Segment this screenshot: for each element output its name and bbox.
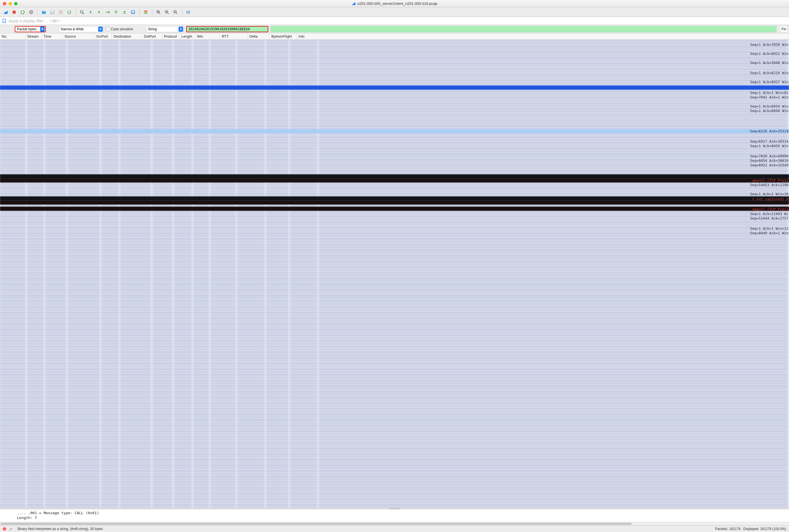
col-protocol[interactable]: Protocol xyxy=(162,33,180,39)
packet-info-fragment: Seq=1 Ack=6210 Win xyxy=(750,71,788,75)
svg-rect-4 xyxy=(51,11,54,12)
packet-row-highlight[interactable] xyxy=(0,196,789,201)
packet-row-highlight[interactable] xyxy=(0,174,789,178)
col-win[interactable]: Win xyxy=(195,33,220,39)
minimize-window-button[interactable] xyxy=(8,2,12,5)
goto-packet-button[interactable] xyxy=(104,9,111,16)
packet-info-fragment: Seq=1 Ack=1 Win=10 xyxy=(750,192,788,196)
zoom-window-button[interactable] xyxy=(14,2,18,5)
col-destination[interactable]: Destination xyxy=(112,33,142,39)
col-srcport[interactable]: SrcPort xyxy=(95,33,112,39)
search-type-value: String xyxy=(148,27,162,31)
col-dstport[interactable]: DstPort xyxy=(142,33,162,39)
packet-row-highlight[interactable] xyxy=(0,201,789,205)
packet-row-highlight[interactable] xyxy=(0,207,789,211)
packet-info-fragment: Seq=6210 Ack=25314 xyxy=(750,129,788,133)
reload-file-button[interactable] xyxy=(66,9,73,16)
case-sensitive-checkbox[interactable]: Case sensitive xyxy=(106,27,133,31)
packet-info-fragment: Seq=1 Ack=7830 Win xyxy=(750,42,788,47)
packet-info-fragment: Seq=1 Ack=8454 Win xyxy=(750,144,788,148)
svg-rect-11 xyxy=(131,11,135,14)
close-file-button[interactable] xyxy=(57,9,64,16)
zoom-reset-button[interactable]: 1:1 xyxy=(172,9,179,16)
packet-info-fragment: Seq=6927 Ack=30314 xyxy=(750,139,788,144)
zoom-in-button[interactable] xyxy=(155,9,162,16)
case-sensitive-label: Case sensitive xyxy=(111,27,133,31)
autoscroll-button[interactable] xyxy=(130,9,136,16)
search-scope-combo[interactable]: Packet bytes xyxy=(15,26,46,32)
svg-point-2 xyxy=(31,11,32,13)
save-file-button[interactable] xyxy=(49,9,56,16)
packet-info-fragment: Seq=1 Ack=6922 Win xyxy=(750,52,788,56)
packet-info-fragment: t not captured] 8 xyxy=(752,197,788,201)
svg-point-6 xyxy=(80,11,83,13)
svg-text:1:1: 1:1 xyxy=(174,11,176,13)
zoom-out-button[interactable] xyxy=(163,9,170,16)
colorize-button[interactable] xyxy=(142,9,149,16)
edit-icon[interactable] xyxy=(9,527,13,531)
packet-row-highlight[interactable] xyxy=(0,86,789,90)
status-packet-count: Packets: 181178 · Displayed: 181178 (100… xyxy=(715,527,786,531)
col-stream[interactable]: Stream xyxy=(25,33,42,39)
packet-info-fragment: Seq=8454 Ack=36610 xyxy=(750,158,788,163)
packet-info-fragment: Seq=1 Ack=1 Win=81 xyxy=(750,91,788,95)
packet-info-fragment: Seq=1 Ack=1 Win=12 xyxy=(750,226,788,231)
packet-info-fragment: gment] [TCP Previ xyxy=(752,178,788,183)
find-packet-button[interactable] xyxy=(79,9,85,16)
goto-first-button[interactable] xyxy=(113,9,119,16)
status-field-info: Binary field interpreted as a string. (t… xyxy=(18,527,103,531)
restart-capture-button[interactable] xyxy=(19,9,26,16)
titlebar: n201-000-005_server2client_n201-000-018.… xyxy=(0,0,789,7)
svg-rect-0 xyxy=(13,11,16,14)
goto-last-button[interactable] xyxy=(121,9,128,16)
col-delta[interactable]: Delta xyxy=(248,33,270,39)
display-filter-input[interactable] xyxy=(7,17,789,25)
packet-info-fragment: Seq=1 Ack=6927 Win xyxy=(750,80,788,84)
go-forward-button[interactable] xyxy=(96,9,102,16)
packet-info-fragment: gment] [TCP Previ xyxy=(752,207,788,211)
expert-info-icon[interactable] xyxy=(3,527,6,531)
detail-line: Length: 7 xyxy=(17,515,787,520)
search-charset-combo[interactable]: Narrow & Wide xyxy=(59,26,103,32)
search-extra-field[interactable] xyxy=(271,26,776,32)
svg-line-7 xyxy=(83,13,84,14)
bookmark-icon[interactable] xyxy=(1,18,7,24)
packet-info-fragment: Seq=54853 Ack=2198 xyxy=(750,183,788,187)
resize-columns-button[interactable] xyxy=(185,9,192,16)
display-filter-bar xyxy=(0,17,789,25)
main-toolbar: 1:1 xyxy=(0,7,789,17)
col-info[interactable]: Info xyxy=(297,33,789,39)
packet-list[interactable]: Seq=1 Ack=7830 WinSeq=1 Ack=6922 WinSeq=… xyxy=(0,40,789,508)
detail-line: .... .001 = Message type: CALL (0x01) xyxy=(17,511,787,515)
col-no[interactable]: No. xyxy=(0,33,25,39)
horizontal-scrollbar[interactable] xyxy=(0,522,789,525)
col-length[interactable]: Length xyxy=(180,33,195,39)
packet-info-fragment: Seq=8449 Ack=1 Win xyxy=(750,231,788,235)
find-button[interactable]: Fin xyxy=(780,26,788,32)
packet-info-fragment: Seq=1 Ack=8454 Win xyxy=(750,104,788,108)
packet-info-fragment: Seq=6922 Ack=32549 xyxy=(750,163,788,167)
search-value-input[interactable]: 20240204201939010201000018EE64 xyxy=(186,26,268,32)
svg-line-21 xyxy=(168,13,169,14)
col-rtt[interactable]: RTT xyxy=(220,33,248,39)
svg-rect-13 xyxy=(144,11,148,11)
packet-row-highlight[interactable] xyxy=(0,178,789,183)
col-bytesinflight[interactable]: BytesInFlight xyxy=(270,33,297,39)
packet-details-pane[interactable]: .... .001 = Message type: CALL (0x01) Le… xyxy=(0,509,789,522)
shark-fin-icon[interactable] xyxy=(2,9,9,16)
search-type-combo[interactable]: String xyxy=(146,26,184,32)
capture-options-button[interactable] xyxy=(28,9,35,16)
packet-list-headers: No. Stream Time Source SrcPort Destinati… xyxy=(0,33,789,40)
statusbar: Binary field interpreted as a string. (t… xyxy=(0,525,789,532)
stop-capture-button[interactable] xyxy=(11,9,18,16)
wireshark-logo-icon xyxy=(352,2,356,6)
go-back-button[interactable] xyxy=(87,9,94,16)
col-source[interactable]: Source xyxy=(63,33,95,39)
close-window-button[interactable] xyxy=(3,2,6,5)
search-charset-value: Narrow & Wide xyxy=(61,27,90,31)
open-file-button[interactable] xyxy=(40,9,47,16)
packet-row-highlight[interactable] xyxy=(0,129,789,133)
search-scope-value: Packet bytes xyxy=(17,27,42,31)
packet-info-fragment: Seq=7041 Ack=1 Win xyxy=(750,95,788,99)
col-time[interactable]: Time xyxy=(42,33,63,39)
